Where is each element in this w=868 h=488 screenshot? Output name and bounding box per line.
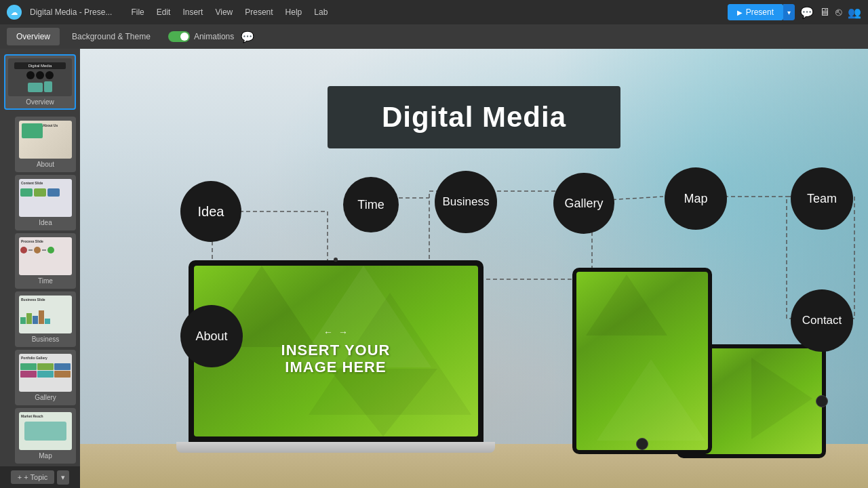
toolbar: Overview Background & Theme Animations 💬 [0, 24, 868, 49]
circle-map[interactable]: Map [665, 167, 727, 230]
circle-gallery[interactable]: Gallery [553, 173, 614, 234]
circle-idea[interactable]: Idea [180, 181, 241, 242]
present-button[interactable]: ▶ Present [728, 4, 783, 20]
topbar-right: ▶ Present ▾ 💬 🖥 ⎋ 👥 [728, 4, 861, 20]
animations-toggle[interactable] [168, 31, 190, 42]
tab-overview[interactable]: Overview [7, 28, 60, 45]
slide-wrap-5: 5 Portfolio Gallery Gallery [4, 350, 76, 405]
slide-wrap-2: 2 Content Slide Idea [4, 175, 76, 230]
slide-thumb-map[interactable]: Market Reach Map [15, 408, 76, 464]
slide-thumb-gallery[interactable]: Portfolio Gallery Gallery [15, 350, 76, 405]
slide-label-about: About [19, 161, 72, 168]
topbar: ☁ Digital Media - Prese... File Edit Ins… [0, 0, 868, 24]
slide-label-overview: Overview [8, 98, 72, 106]
add-topic-dropdown[interactable]: ▾ [57, 470, 69, 485]
share-icon[interactable]: ⎋ [835, 6, 842, 18]
comment-icon[interactable]: 💬 [241, 30, 254, 43]
slide-preview-map: Market Reach [19, 412, 72, 450]
app-logo: ☁ [7, 5, 22, 20]
slide-thumb-about[interactable]: About Us About [15, 117, 76, 172]
circle-about[interactable]: About [180, 305, 243, 367]
main-layout: Digital Media Overview 1 [0, 49, 868, 488]
circle-business[interactable]: Business [435, 171, 497, 233]
animations-toggle-group: Animations [168, 31, 234, 42]
slide-preview-time: Process Slide [19, 237, 72, 275]
menu-help[interactable]: Help [280, 5, 308, 20]
menu-view[interactable]: View [210, 5, 238, 20]
chat-icon[interactable]: 💬 [800, 6, 814, 19]
sidebar: Digital Media Overview 1 [0, 49, 80, 488]
bottom-bar: ++ Topic ▾ [0, 466, 80, 488]
menu-edit[interactable]: Edit [151, 5, 176, 20]
circle-contact[interactable]: Contact [791, 289, 853, 352]
slide-label-gallery: Gallery [19, 394, 72, 401]
slide-preview-overview: Digital Media [8, 58, 72, 96]
slide-wrap-4: 4 Business Slide Business [4, 291, 76, 347]
menu-insert[interactable]: Insert [177, 5, 208, 20]
tab-background-theme[interactable]: Background & Theme [62, 28, 160, 45]
slide-thumb-time[interactable]: Process Slide Time [15, 233, 76, 289]
slide-canvas: Digital Media Idea [80, 49, 868, 488]
menu-file[interactable]: File [125, 5, 149, 20]
present-dropdown[interactable]: ▾ [783, 4, 795, 20]
menu-bar: File Edit Insert View Present Help Lab [125, 5, 333, 20]
slide-preview-idea: Content Slide [19, 179, 72, 217]
add-topic-button[interactable]: ++ Topic [11, 470, 54, 484]
circle-time[interactable]: Time [343, 177, 399, 232]
slide-label-map: Map [19, 452, 72, 460]
slide-label-idea: Idea [19, 219, 72, 226]
app-title: Digital Media - Prese... [30, 7, 112, 17]
slide-label-business: Business [19, 336, 72, 343]
slide-thumb-idea[interactable]: Content Slide Idea [15, 175, 76, 230]
slide-wrap-6: 6 Market Reach Map [4, 408, 76, 464]
slide-wrap-3: 3 Process Slide Time [4, 233, 76, 289]
animations-label: Animations [194, 32, 234, 41]
device-tablet [572, 268, 712, 454]
screen-icon[interactable]: 🖥 [819, 6, 830, 18]
slide-preview-about: About Us [19, 121, 72, 159]
slide-title-box: Digital Media [328, 86, 620, 148]
slide-preview-gallery: Portfolio Gallery [19, 354, 72, 392]
slide-label-time: Time [19, 277, 72, 285]
users-icon[interactable]: 👥 [848, 6, 861, 19]
menu-lab[interactable]: Lab [309, 5, 333, 20]
slide-thumb-overview[interactable]: Digital Media Overview [4, 54, 76, 110]
canvas-area: Digital Media Idea [80, 49, 868, 488]
slide-title: Digital Media [382, 101, 566, 133]
slide-preview-business: Business Slide [19, 296, 72, 333]
slide-thumb-business[interactable]: Business Slide Business [15, 291, 76, 347]
menu-present[interactable]: Present [239, 5, 278, 20]
circle-team[interactable]: Team [791, 167, 853, 230]
slide-wrap-1: 1 About Us About [4, 117, 76, 172]
